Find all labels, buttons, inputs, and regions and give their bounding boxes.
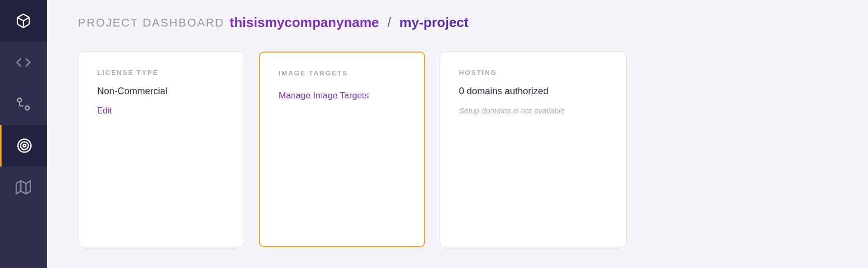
edit-license-link[interactable]: Edit [97, 106, 225, 116]
sidebar [0, 0, 47, 268]
page-header: PROJECT DASHBOARD thisismycompanyname / … [47, 0, 868, 41]
domains-authorized-value: 0 domains authorized [459, 86, 608, 97]
license-card: LICENSE TYPE Non-Commercial Edit [78, 52, 244, 247]
box-icon [16, 13, 31, 29]
image-targets-card-title: IMAGE TARGETS [279, 69, 405, 77]
sidebar-item-code[interactable] [0, 42, 47, 83]
manage-image-targets-link[interactable]: Manage Image Targets [279, 86, 405, 105]
sidebar-item-box[interactable] [0, 0, 47, 42]
svg-marker-7 [16, 181, 31, 194]
company-name: thisismycompanyname [230, 15, 379, 31]
map-icon [16, 180, 31, 195]
project-name: my-project [400, 15, 469, 31]
code-icon [16, 55, 31, 70]
target-icon [17, 138, 32, 154]
cards-container: LICENSE TYPE Non-Commercial Edit IMAGE T… [47, 41, 868, 268]
license-card-title: LICENSE TYPE [97, 69, 225, 76]
sidebar-item-ar[interactable] [0, 125, 47, 167]
page-title-label: PROJECT DASHBOARD [78, 16, 225, 30]
path-separator: / [387, 15, 391, 31]
sidebar-item-targets[interactable] [0, 83, 47, 125]
main-content: PROJECT DASHBOARD thisismycompanyname / … [47, 0, 868, 268]
svg-point-2 [18, 98, 22, 103]
svg-point-5 [20, 142, 28, 150]
license-type-value: Non-Commercial [97, 86, 225, 97]
svg-point-1 [25, 106, 30, 110]
hosting-card: HOSTING 0 domains authorized Setup domai… [440, 52, 627, 247]
hosting-card-title: HOSTING [459, 69, 608, 76]
sidebar-item-map[interactable] [0, 167, 47, 208]
setup-unavailable-text: Setup domains is not available [459, 106, 608, 115]
branch-icon [16, 96, 31, 112]
image-targets-card: IMAGE TARGETS Manage Image Targets [259, 52, 425, 247]
svg-point-6 [23, 145, 25, 147]
